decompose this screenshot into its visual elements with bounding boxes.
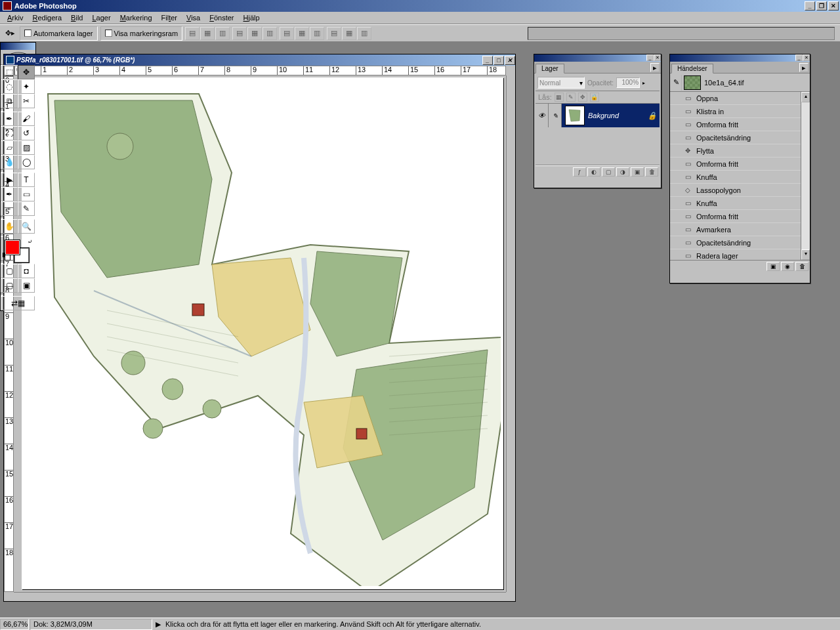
tool-shape[interactable]: ▭ [18,187,35,201]
dist-btn-6[interactable]: ▥ [357,27,371,40]
current-tool-icon[interactable]: ✥▸ [3,27,17,40]
history-item[interactable]: ▭Klistra in [670,105,801,118]
tool-blur[interactable]: 💧 [1,155,18,169]
menu-bild[interactable]: Bild [66,13,87,22]
blend-mode-dropdown[interactable]: Normal [537,77,585,89]
close-button[interactable]: ✕ [828,1,839,10]
align-btn-3[interactable]: ▥ [215,27,230,40]
swap-colors-icon[interactable]: ⤾ [28,238,33,245]
doc-maximize-button[interactable]: □ [494,56,504,65]
foreground-color[interactable] [5,240,20,255]
layers-close-button[interactable]: ✕ [654,54,661,61]
history-item[interactable]: ▭Omforma fritt [670,158,801,171]
auto-select-checkbox[interactable] [24,30,32,37]
tool-airbrush[interactable]: ✒ [1,112,18,126]
layer-folder-button[interactable]: ▢ [602,167,615,177]
zoom-field[interactable]: 66,67% [0,619,29,630]
lock-position-button[interactable]: ✥ [578,93,587,102]
dist-btn-4[interactable]: ▤ [327,27,341,40]
opacity-arrow-icon[interactable]: ▸ [642,80,645,86]
align-btn-5[interactable]: ▦ [247,27,262,40]
layer-link-toggle[interactable]: ✎ [549,104,562,127]
tool-notes[interactable]: ▫ [1,201,18,216]
layer-delete-button[interactable]: 🗑 [645,167,658,177]
layer-adjust-button[interactable]: ◑ [616,167,629,177]
menu-fonster[interactable]: Fönster [205,13,238,22]
tool-eyedropper[interactable]: ✎ [18,201,35,216]
menu-filter[interactable]: Filter [157,13,182,22]
history-delete-button[interactable]: 🗑 [795,262,808,271]
align-btn-1[interactable]: ▤ [185,27,200,40]
screen-full-menu[interactable]: ▣ [18,278,35,293]
history-item[interactable]: ▭Avmarkera [670,223,801,236]
opacity-value[interactable]: 100% [616,77,640,88]
menu-lager[interactable]: Lager [87,13,115,22]
canvas-page[interactable] [22,77,503,589]
layer-mask-button[interactable]: ◐ [587,167,600,177]
menu-hjalp[interactable]: Hjälp [239,13,264,22]
menu-redigera[interactable]: Redigera [28,13,66,22]
layers-menu-button[interactable]: ▸ [650,63,660,72]
history-item[interactable]: ▭Knuffa [670,171,801,184]
history-item[interactable]: ▭Öppna [670,92,801,105]
tool-move[interactable]: ✥ [18,65,35,79]
tool-slice[interactable]: ✂ [18,94,35,108]
history-menu-button[interactable]: ▸ [799,63,808,72]
jump-to-imageready[interactable]: ⇄▦ [1,296,35,310]
layer-row[interactable]: 👁 ✎ Bakgrund 🔒 [536,104,660,127]
tool-path[interactable]: ▶ [1,173,18,187]
layer-visibility-toggle[interactable]: 👁 [536,104,549,127]
layer-thumbnail[interactable] [565,106,585,125]
palette-well[interactable] [528,27,835,40]
history-source-icon[interactable]: ✎ [671,75,682,91]
align-btn-4[interactable]: ▤ [232,27,247,40]
tool-crop[interactable]: ⧉ [1,94,18,108]
docsize-field[interactable]: Dok: 3,82M/3,09M [30,619,152,630]
history-item[interactable]: ◇Lassopolygon [670,184,801,197]
align-btn-6[interactable]: ▥ [262,27,277,40]
layers-minimize-button[interactable]: _ [646,54,654,61]
tool-marquee[interactable]: ⬚ [1,65,18,79]
doc-minimize-button[interactable]: _ [482,56,493,65]
history-item[interactable]: ▭Radera lager [670,249,801,260]
show-bounds-checkbox[interactable] [105,30,112,37]
doc-scrollbar-vertical[interactable] [506,75,515,592]
mode-quickmask[interactable]: ◘ [18,264,35,278]
tool-history-brush[interactable]: ↺ [18,126,35,140]
minimize-button[interactable]: _ [805,1,815,10]
tool-eraser[interactable]: ▱ [1,140,18,155]
dist-btn-2[interactable]: ▦ [295,27,309,40]
history-snapshot[interactable]: ✎ 10e1a_64.tif [670,74,810,92]
history-item[interactable]: ✥Flytta [670,144,801,158]
tool-lasso[interactable]: ◌ [1,79,18,94]
tool-zoom[interactable]: 🔍 [18,219,35,234]
tool-stamp[interactable]: ⛶ [1,126,18,140]
history-item[interactable]: ▭Omforma fritt [670,210,801,223]
screen-standard[interactable]: ▢ [1,278,18,293]
dist-btn-3[interactable]: ▥ [310,27,324,40]
layers-tab[interactable]: Lager [536,64,564,74]
dist-btn-1[interactable]: ▤ [280,27,294,40]
lock-transparent-button[interactable]: ▦ [555,93,564,102]
mode-standard[interactable]: ▢ [1,264,18,278]
lock-image-button[interactable]: ✎ [566,93,576,102]
doc-close-button[interactable]: ✕ [505,56,515,65]
tool-hand[interactable]: ✋ [1,219,18,234]
document-titlebar[interactable]: PSRfa_r083017001.tif @ 66,7% (RGB*) _ □ … [4,54,515,66]
history-item[interactable]: ▭Omforma fritt [670,118,801,131]
layer-new-button[interactable]: ▣ [631,167,644,177]
history-minimize-button[interactable]: _ [795,54,803,61]
history-snapshot-button[interactable]: ◉ [781,262,794,271]
lock-all-button[interactable]: 🔒 [590,93,599,102]
status-menu-arrow[interactable]: ▶ [154,620,163,629]
history-close-button[interactable]: ✕ [803,54,810,61]
layers-panel-bar[interactable]: _ ✕ [534,54,661,62]
ruler-horizontal[interactable]: 012345678910111213141516171819 [14,66,506,75]
tool-dodge[interactable]: ◯ [18,155,35,169]
menu-markering[interactable]: Markering [116,13,157,22]
layer-style-button[interactable]: ƒ [573,167,586,177]
history-tab[interactable]: Händelser [671,64,713,74]
history-item[interactable]: ▭Opacitetsändring [670,236,801,249]
tool-type[interactable]: T [18,173,35,187]
maximize-button[interactable]: ❐ [816,1,827,10]
